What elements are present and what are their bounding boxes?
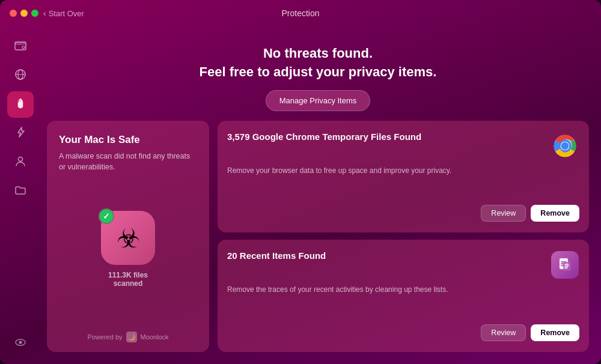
- chrome-remove-button[interactable]: Remove: [531, 205, 579, 222]
- chrome-card-actions: Review Remove: [227, 198, 579, 222]
- back-label: Start Over: [49, 9, 84, 18]
- hero-section: No threats found. Feel free to adjust yo…: [47, 32, 589, 121]
- manage-privacy-button[interactable]: Manage Privacy Items: [266, 90, 371, 111]
- chrome-card-description: Remove your browser data to free up spac…: [227, 165, 579, 176]
- sidebar-item-person[interactable]: [7, 149, 34, 175]
- person-icon: [14, 154, 27, 171]
- title-bar: ‹ Start Over Protection: [0, 0, 601, 26]
- check-badge: ✓: [99, 208, 114, 224]
- svg-point-8: [19, 341, 22, 344]
- right-cards: 3,579 Google Chrome Temporary Files Foun…: [218, 121, 589, 352]
- recent-card-actions: Review Remove: [227, 317, 579, 341]
- biohazard-icon: ☣ ✓: [101, 211, 155, 265]
- recent-card-title: 20 Recent Items Found: [227, 250, 551, 261]
- chrome-review-button[interactable]: Review: [481, 205, 526, 222]
- sidebar-item-disk[interactable]: [7, 34, 34, 60]
- recent-remove-button[interactable]: Remove: [531, 324, 579, 341]
- svg-rect-1: [15, 42, 26, 45]
- sidebar-item-globe[interactable]: [7, 62, 34, 89]
- recent-card-header: 20 Recent Items Found: [227, 250, 579, 279]
- chrome-card: 3,579 Google Chrome Temporary Files Foun…: [218, 121, 589, 233]
- chrome-card-header: 3,579 Google Chrome Temporary Files Foun…: [227, 132, 579, 160]
- recent-review-button[interactable]: Review: [481, 324, 526, 341]
- chrome-icon: [551, 132, 579, 160]
- document-svg: [557, 257, 573, 273]
- hand-icon: [14, 97, 27, 113]
- powered-by-text: Powered by: [87, 333, 122, 341]
- safe-card: Your Mac Is Safe A malware scan did not …: [47, 121, 209, 352]
- moonlock-brand: Moonlock: [141, 333, 169, 341]
- recent-items-card: 20 Recent Items Found: [218, 240, 589, 352]
- document-icon-background: [551, 251, 579, 279]
- sidebar: [0, 26, 41, 364]
- chrome-card-title: 3,579 Google Chrome Temporary Files Foun…: [227, 132, 551, 142]
- sidebar-item-folder[interactable]: [7, 178, 34, 204]
- minimize-button[interactable]: [20, 10, 28, 17]
- safe-visual: ☣ ✓ 111.3K files scanned: [59, 173, 197, 326]
- lightning-icon: [14, 126, 27, 142]
- safe-card-title: Your Mac Is Safe: [59, 134, 197, 146]
- cards-row: Your Mac Is Safe A malware scan did not …: [47, 121, 589, 352]
- document-icon: [551, 250, 579, 279]
- app-window: ‹ Start Over Protection: [0, 0, 601, 364]
- svg-point-2: [22, 46, 25, 49]
- biohazard-symbol: ☣: [117, 223, 140, 253]
- eye-icon: [14, 336, 27, 352]
- close-button[interactable]: [10, 10, 17, 17]
- main-layout: No threats found. Feel free to adjust yo…: [0, 26, 601, 364]
- sidebar-item-lightning[interactable]: [7, 120, 34, 147]
- window-title: Protection: [281, 8, 319, 18]
- recent-card-description: Remove the traces of your recent activit…: [227, 284, 579, 295]
- powered-by: Powered by 🌙 Moonlock: [59, 332, 197, 342]
- svg-point-6: [19, 157, 23, 161]
- biohazard-background: ☣ ✓: [101, 211, 155, 265]
- folder-icon: [14, 183, 27, 199]
- moonlock-logo: 🌙: [126, 332, 137, 342]
- hero-title: No threats found. Feel free to adjust yo…: [47, 44, 589, 82]
- sidebar-item-protection[interactable]: [7, 91, 34, 118]
- content-area: No threats found. Feel free to adjust yo…: [41, 26, 601, 364]
- chevron-left-icon: ‹: [43, 8, 46, 18]
- globe-icon: [14, 68, 27, 84]
- maximize-button[interactable]: [31, 10, 38, 17]
- files-scanned-label: 111.3K files scanned: [108, 271, 148, 288]
- traffic-lights: [10, 10, 38, 17]
- back-button[interactable]: ‹ Start Over: [43, 8, 84, 18]
- safe-card-description: A malware scan did not find any threats …: [59, 151, 197, 174]
- svg-point-12: [561, 142, 569, 150]
- sidebar-item-eye[interactable]: [7, 330, 34, 357]
- disk-icon: [14, 39, 27, 55]
